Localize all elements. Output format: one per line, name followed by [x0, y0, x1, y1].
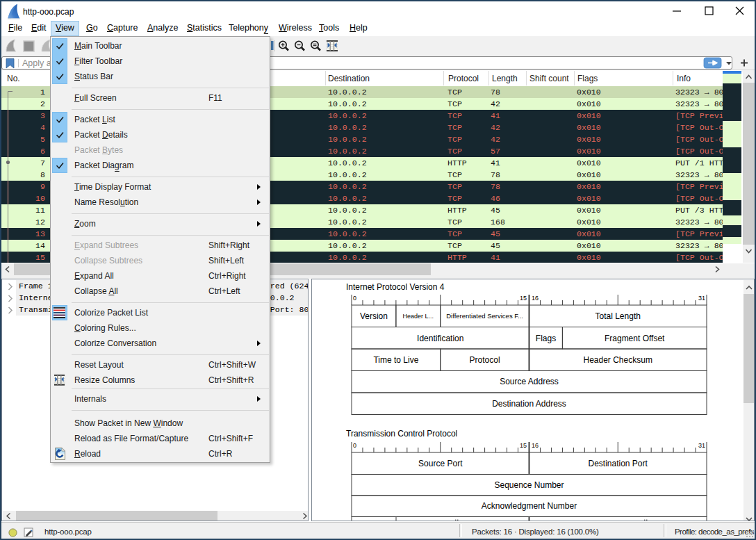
svg-text:Source Address: Source Address	[500, 377, 559, 386]
svg-text:Acknowledgment Number: Acknowledgment Number	[482, 501, 577, 511]
svg-text:Differentiated Services F...: Differentiated Services F...	[446, 312, 523, 320]
svg-text:Destination Port: Destination Port	[589, 459, 648, 468]
svg-text:Sequence Number: Sequence Number	[494, 480, 564, 490]
svg-text:Destination Address: Destination Address	[492, 399, 566, 409]
svg-text:Header L...: Header L...	[403, 313, 434, 320]
svg-text:Header Checksum: Header Checksum	[584, 355, 652, 365]
svg-text:Source Port: Source Port	[418, 459, 463, 468]
svg-text:16: 16	[532, 295, 539, 302]
svg-text:Total Length: Total Length	[595, 311, 641, 321]
svg-text:31: 31	[698, 295, 705, 302]
svg-text:15: 15	[520, 442, 527, 449]
svg-text:0: 0	[353, 295, 356, 302]
svg-text:0: 0	[353, 442, 356, 449]
svg-text:15: 15	[520, 295, 527, 302]
svg-text:Fragment Offset: Fragment Offset	[605, 334, 665, 343]
svg-text:Flags: Flags	[536, 334, 556, 343]
svg-text:Time to Live: Time to Live	[373, 355, 418, 365]
svg-text:16: 16	[532, 442, 539, 449]
svg-text:31: 31	[698, 442, 705, 449]
svg-text:Version: Version	[360, 311, 388, 321]
svg-text:Protocol: Protocol	[470, 355, 500, 365]
svg-text:Identification: Identification	[417, 334, 463, 343]
